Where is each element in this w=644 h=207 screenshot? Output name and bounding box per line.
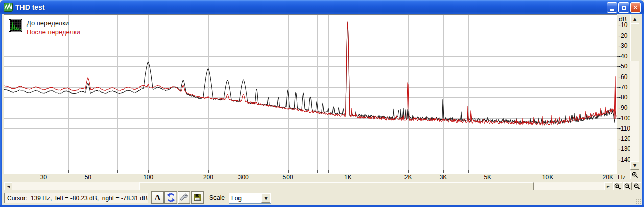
zoom-reset-horizontal-button[interactable] <box>633 182 641 190</box>
y-axis-tick <box>617 160 619 160</box>
x-axis-label: 500 <box>283 174 293 181</box>
y-axis-tick <box>617 128 619 129</box>
y-axis-tick <box>617 97 619 98</box>
scale-dropdown-button[interactable]: ▼ <box>261 194 270 203</box>
scale-label: Scale <box>209 194 225 201</box>
title-bar[interactable]: THD test ✕ <box>0 0 644 14</box>
x-axis-label: 300 <box>238 174 249 181</box>
spectrum-thumbnail-icon[interactable] <box>9 19 22 32</box>
settings-button[interactable] <box>178 191 190 204</box>
scale-value: Log <box>229 195 261 202</box>
y-axis-unit-label: dB <box>619 16 627 23</box>
save-button[interactable] <box>191 191 204 204</box>
x-axis-tick <box>9 170 9 173</box>
y-axis-tick <box>617 87 619 88</box>
x-axis-tick <box>443 170 444 173</box>
x-axis-tick <box>288 170 289 173</box>
x-axis-tick <box>317 170 318 173</box>
magnifier-minus-icon <box>624 183 631 190</box>
window-border-left <box>0 14 2 205</box>
zoom-in-horizontal-button[interactable] <box>613 182 622 190</box>
x-axis-label: 10K <box>542 174 553 181</box>
x-axis-tick <box>139 170 139 173</box>
y-axis-tick <box>617 66 619 67</box>
magnifier-plus-icon <box>632 172 638 178</box>
cursor-readout: Cursor: 139 Hz, left = -80.23 dB, right … <box>7 195 148 202</box>
hscroll-thumb[interactable] <box>139 182 534 190</box>
x-axis-unit-label: Hz <box>618 174 626 181</box>
magnifier-minus-icon <box>634 183 640 190</box>
x-axis-tick <box>304 170 304 173</box>
x-axis-tick <box>88 170 88 173</box>
x-axis-tick <box>517 170 517 173</box>
font-a-icon: A <box>154 193 160 203</box>
y-axis-tick <box>617 25 619 25</box>
x-axis-tickband <box>4 170 617 174</box>
x-axis-tick <box>468 170 469 173</box>
x-axis-tick <box>244 170 244 173</box>
spectrum-svg <box>4 15 617 170</box>
x-axis-tick <box>44 170 44 173</box>
maximize-button[interactable] <box>618 2 629 13</box>
window-title: THD test <box>15 3 45 11</box>
x-axis-label: 30 <box>40 174 47 181</box>
x-axis-label: 100 <box>143 174 153 181</box>
refresh-icon <box>166 193 176 202</box>
x-axis-label: 20K <box>603 174 613 181</box>
vscroll-thumb[interactable] <box>630 23 639 61</box>
x-axis-tick <box>328 170 329 173</box>
x-axis-tick <box>68 170 69 173</box>
legend-item-after: После переделки <box>27 28 80 36</box>
x-axis-tick <box>548 170 548 173</box>
y-axis-tick <box>617 149 619 149</box>
zoom-in-vertical-button[interactable] <box>630 171 639 179</box>
arrow-up-icon: ▲ <box>633 17 636 21</box>
x-axis-label: 200 <box>203 174 213 181</box>
app-waveform-icon <box>4 3 13 12</box>
resize-grip[interactable] <box>635 199 641 205</box>
refresh-button[interactable] <box>164 191 177 204</box>
chevron-down-icon: ▼ <box>264 196 267 201</box>
hscroll-right-button[interactable]: ► <box>604 182 612 190</box>
x-axis-tick <box>208 170 209 173</box>
close-button[interactable]: ✕ <box>630 2 641 13</box>
trace-after <box>4 22 616 125</box>
vscroll-down-button[interactable]: ▼ <box>630 161 639 170</box>
minimize-icon <box>610 9 614 11</box>
y-axis-tick <box>617 36 619 36</box>
close-icon: ✕ <box>633 4 638 11</box>
x-axis-tick <box>104 170 104 173</box>
hscroll-left-button[interactable]: ◄ <box>4 182 12 190</box>
arrow-left-icon: ◄ <box>7 184 10 189</box>
y-axis-tick <box>617 139 619 139</box>
x-axis-tick <box>529 170 529 173</box>
x-axis-tick <box>608 170 608 173</box>
plot-legend: До переделки После переделки <box>9 19 80 36</box>
x-axis-tick <box>539 170 539 173</box>
x-axis-label: 2K <box>404 174 412 181</box>
maximize-icon <box>622 6 626 10</box>
x-axis-label: 5K <box>484 174 491 181</box>
vscroll-up-button[interactable]: ▲ <box>630 15 639 23</box>
x-axis-label: 50 <box>85 174 91 181</box>
wrench-icon <box>179 193 189 202</box>
magnifier-plus-icon <box>614 183 621 190</box>
y-axis-tick <box>617 46 619 46</box>
y-axis-tick <box>617 118 619 119</box>
floppy-disk-icon <box>193 193 202 202</box>
scale-combobox[interactable]: Log ▼ <box>229 193 271 204</box>
window-border-right <box>642 14 644 205</box>
x-axis-tick <box>129 170 129 173</box>
x-axis-tick <box>339 170 339 173</box>
y-axis-tick <box>617 108 619 108</box>
font-button[interactable]: A <box>151 191 164 204</box>
trace-before <box>4 22 616 124</box>
minimize-button[interactable] <box>607 2 617 13</box>
x-axis-tick <box>148 170 149 173</box>
y-axis-tick <box>617 77 619 77</box>
x-axis-tick <box>408 170 409 173</box>
zoom-out-horizontal-button[interactable] <box>623 182 632 190</box>
x-axis-tick <box>504 170 504 173</box>
x-axis-tick <box>348 170 348 173</box>
spectrum-plot[interactable]: До переделки После переделки <box>4 15 617 170</box>
